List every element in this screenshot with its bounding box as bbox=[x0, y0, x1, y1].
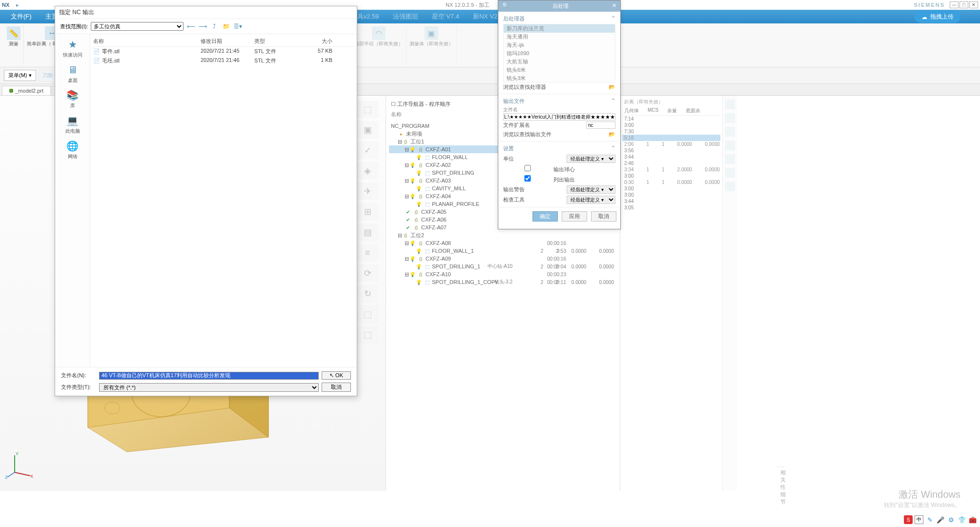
pp-post-item[interactable]: 大前五轴 bbox=[504, 58, 615, 66]
maximize-button[interactable]: □ bbox=[960, 1, 968, 8]
tray-icon[interactable]: 🎤 bbox=[936, 515, 945, 524]
fd-filename-input[interactable] bbox=[99, 372, 319, 380]
side-tool-icon[interactable]: ✈ bbox=[356, 182, 379, 200]
place-desktop[interactable]: 🖥桌面 bbox=[65, 63, 80, 84]
col-type[interactable]: 类型 bbox=[254, 38, 298, 45]
pp-post-item[interactable]: 海天通用 bbox=[504, 33, 615, 41]
pp-warn-select[interactable]: 经后处理定义 ▾ bbox=[567, 185, 615, 194]
menu-tab[interactable]: 法强图层 bbox=[386, 10, 425, 23]
tray-icon[interactable]: ⚙ bbox=[947, 515, 956, 524]
folder-open-icon[interactable]: 📂 bbox=[609, 131, 615, 138]
place-network[interactable]: 🌐网络 bbox=[65, 140, 80, 160]
pp-section-settings[interactable]: 设置⌃ bbox=[503, 143, 615, 154]
side-tool-icon[interactable]: ≡ bbox=[356, 244, 379, 262]
new-folder-icon[interactable]: 📁 bbox=[222, 22, 230, 31]
menu-button[interactable]: 菜单(M) ▾ bbox=[4, 70, 36, 81]
side-tool-icon[interactable]: ⬚ bbox=[356, 305, 379, 323]
pp-unit-select[interactable]: 经后处理定义 ▾ bbox=[567, 155, 615, 163]
side-tool-icon[interactable]: ↻ bbox=[356, 285, 379, 303]
tray-icon[interactable]: ✎ bbox=[925, 515, 934, 524]
fd-header[interactable]: 名称 修改日期 类型 大小 bbox=[92, 36, 355, 47]
col-size[interactable]: 大小 bbox=[298, 38, 332, 45]
side-tool-icon[interactable]: ▤ bbox=[356, 223, 379, 241]
fd-file-row[interactable]: 📄零件.stl 2020/7/21 21:45 STL 文件 57 KB bbox=[92, 47, 355, 56]
pp-ball-check[interactable]: 输出球心 bbox=[503, 165, 575, 173]
pp-post-item[interactable]: 德玛1890 bbox=[504, 49, 615, 58]
place-pc[interactable]: 💻此电脑 bbox=[65, 114, 80, 135]
qa-icon[interactable]: ▸ bbox=[16, 2, 19, 8]
fd-file-row[interactable]: 📄毛坯.stl 2020/7/21 21:46 STL 文件 1 KB bbox=[92, 56, 355, 65]
right-dock-icon[interactable] bbox=[725, 154, 735, 164]
tree-op[interactable]: ⊟ 💡⎙CXFZ-A0800:00:16 bbox=[389, 239, 617, 247]
right-dock-icon[interactable] bbox=[725, 113, 735, 123]
fd-file-list[interactable]: 名称 修改日期 类型 大小 📄零件.stl 2020/7/21 21:45 ST… bbox=[90, 34, 357, 367]
pp-ok-button[interactable]: 确定 bbox=[532, 211, 558, 222]
pp-post-item[interactable]: 新刀库的法兰克 bbox=[504, 24, 615, 33]
close-button[interactable]: ✕ bbox=[969, 1, 978, 8]
folder-open-icon[interactable]: 📂 bbox=[609, 84, 615, 90]
minimize-button[interactable]: — bbox=[950, 1, 959, 8]
fd-cancel-button[interactable]: 取消 bbox=[322, 383, 351, 392]
ribbon-item[interactable]: ◠局部半径（即将失效） bbox=[351, 25, 407, 65]
back-icon[interactable]: ⟵ bbox=[186, 22, 195, 31]
fd-lookin-select[interactable]: 多工位仿真 bbox=[91, 22, 184, 31]
tree-op[interactable]: ⊟ 💡⎙CXFZ-A0900:00:16 bbox=[389, 255, 617, 263]
pp-listout-check[interactable]: 列出输出 bbox=[503, 175, 575, 183]
ribbon-measure[interactable]: 📏 测量 bbox=[4, 25, 24, 65]
fd-ok-button[interactable]: ↖ OK bbox=[322, 371, 351, 380]
place-quick[interactable]: ★快速访问 bbox=[63, 38, 82, 59]
tray-icon[interactable]: 🧰 bbox=[968, 515, 977, 524]
right-row[interactable]: 3:34112.00000.0000 bbox=[622, 166, 720, 173]
view-icon[interactable]: ☰▾ bbox=[233, 22, 242, 31]
pp-ext-input[interactable] bbox=[586, 122, 615, 129]
fd-title[interactable]: 指定 NC 输出 bbox=[55, 6, 357, 19]
right-dock-icon[interactable] bbox=[725, 182, 735, 191]
right-row[interactable]: 2:06110.00000.0000 bbox=[622, 141, 720, 147]
upload-button[interactable]: ☁ 拖拽上传 bbox=[915, 11, 960, 23]
menu-tab[interactable]: 星空 V7.4 bbox=[425, 10, 466, 23]
side-tool-icon[interactable]: ⟳ bbox=[356, 264, 379, 282]
pp-apply-button[interactable]: 应用 bbox=[562, 211, 587, 222]
place-library[interactable]: 📚库 bbox=[65, 89, 80, 109]
right-dock-icon[interactable] bbox=[725, 127, 735, 137]
pp-cancel-button[interactable]: 取消 bbox=[591, 211, 616, 222]
side-tool-icon[interactable]: ⬚ bbox=[356, 101, 379, 118]
document-tab[interactable]: _model2.prt bbox=[2, 86, 51, 95]
tree-op-child[interactable]: 💡⬚SPOT_DRILLING_1中心钻-A1000:00:04220.0000… bbox=[389, 263, 617, 270]
side-tool-icon[interactable]: ⬚ bbox=[356, 326, 379, 344]
pp-post-item[interactable]: 铣头3米 bbox=[504, 74, 615, 82]
tree-group[interactable]: ⊟ ⎙工位2 bbox=[389, 231, 617, 239]
fd-filetype-select[interactable]: 所有文件 (*.*) bbox=[99, 383, 319, 392]
col-name[interactable]: 名称 bbox=[93, 38, 201, 45]
pp-titlebar[interactable]: 🔍后处理✕ bbox=[498, 0, 620, 12]
tray-icon[interactable]: 👕 bbox=[958, 515, 966, 524]
right-dock-icon[interactable] bbox=[725, 168, 735, 178]
side-tool-icon[interactable]: ▣ bbox=[356, 121, 379, 139]
ribbon-item[interactable]: ▣测量体（即将失效） bbox=[407, 25, 457, 65]
right-dock-icon[interactable] bbox=[725, 141, 735, 150]
side-tool-icon[interactable]: ⊞ bbox=[356, 203, 379, 221]
ime-icon[interactable]: S bbox=[904, 515, 913, 524]
col-date[interactable]: 修改日期 bbox=[201, 38, 254, 45]
pp-section-output[interactable]: 输出文件⌃ bbox=[503, 96, 615, 106]
right-dock-icon[interactable] bbox=[725, 100, 735, 109]
pp-section-post[interactable]: 后处理器⌃ bbox=[503, 14, 615, 24]
ime-lang-icon[interactable]: 中 bbox=[915, 515, 923, 524]
pp-post-item[interactable]: 铣头6米 bbox=[504, 66, 615, 74]
pp-chk-select[interactable]: 经后处理定义 ▾ bbox=[567, 196, 615, 204]
menu-file[interactable]: 文件(F) bbox=[4, 10, 39, 23]
pp-filename-input[interactable] bbox=[503, 113, 615, 121]
forward-icon[interactable]: ⟶ bbox=[198, 22, 207, 31]
close-icon[interactable]: ✕ bbox=[612, 2, 616, 10]
tree-op-child[interactable]: 💡⬚FLOOR_WALL_13:53220.00000.0000 bbox=[389, 247, 617, 255]
tree-op[interactable]: ⊟ 💡⎙CXFZ-A1000:00:23 bbox=[389, 270, 617, 278]
right-row[interactable]: 0:30110.00000.0000 bbox=[622, 179, 720, 185]
right-row[interactable]: 5:18 bbox=[622, 135, 720, 141]
tree-op-child[interactable]: 💡⬚SPOT_DRILLING_1_COPY钻头-3.200:00:11220.… bbox=[389, 278, 617, 286]
side-tool-icon[interactable]: ◈ bbox=[356, 162, 379, 180]
pp-post-list[interactable]: 新刀库的法兰克 海天通用 海天-ijk 德玛1890 大前五轴 铣头6米 铣头3… bbox=[503, 24, 615, 82]
up-icon[interactable]: ⤴ bbox=[210, 22, 219, 31]
pp-post-item[interactable]: 海天-ijk bbox=[504, 41, 615, 49]
side-tool-icon[interactable]: ✓ bbox=[356, 142, 379, 159]
axis-triad[interactable]: Y X Z bbox=[5, 450, 34, 481]
